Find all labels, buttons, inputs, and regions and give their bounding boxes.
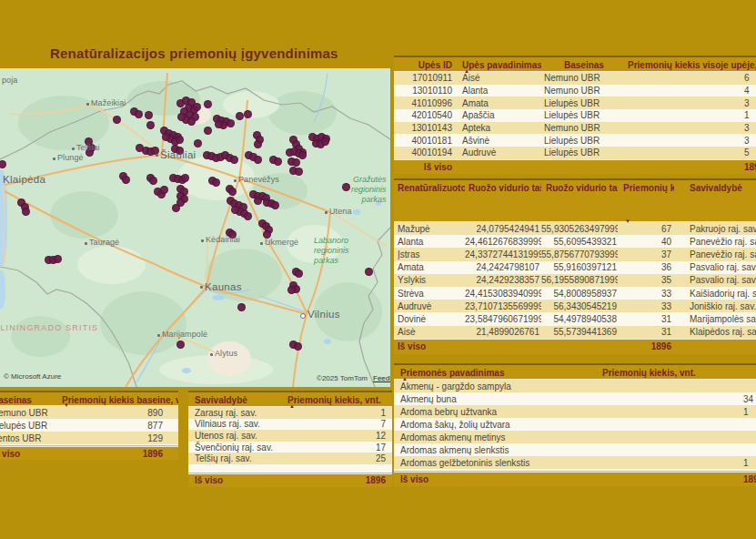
table-row[interactable]: Ardoma bebrų užtvanka1: [394, 405, 756, 418]
measure-location-dot[interactable]: [237, 303, 246, 311]
column-header[interactable]: Priemonių kiekis, vnt.: [596, 365, 756, 381]
measure-location-dot[interactable]: [176, 136, 184, 144]
column-header[interactable]: Upės ID: [394, 57, 458, 74]
measure-location-dot[interactable]: [287, 286, 296, 294]
column-header[interactable]: Savivaldybė: [188, 392, 284, 409]
rivers-table[interactable]: Upės IDUpės pavadinimas▲BaseinasPriemoni…: [394, 56, 756, 174]
table-row[interactable]: 41010996AmataLielupės UBR3: [394, 97, 756, 109]
table-row[interactable]: Alanta24,461267683999955,609543932140Pan…: [394, 235, 756, 248]
measure-location-dot[interactable]: [365, 268, 373, 276]
measure-location-dot[interactable]: [227, 119, 235, 127]
table-row[interactable]: Švenčionių raj. sav.17: [188, 442, 392, 453]
table-row[interactable]: Ardomas gelžbetoninis slenkstis1: [394, 456, 756, 469]
measure-location-dot[interactable]: [271, 201, 279, 209]
table-row[interactable]: 13010143AptekaNemuno UBR3: [394, 122, 756, 135]
municipalities-table[interactable]: SavivaldybėPriemonių kiekis, vnt.▲Zarasų…: [188, 391, 392, 487]
measure-location-dot[interactable]: [54, 255, 62, 263]
measure-location-dot[interactable]: [292, 158, 300, 167]
measure-location-dot[interactable]: [194, 139, 202, 147]
measure-location-dot[interactable]: [298, 151, 307, 159]
measure-location-dot[interactable]: [231, 206, 239, 214]
table-row[interactable]: 17010911AisėNemuno UBR6: [394, 72, 756, 85]
table-row[interactable]: Ventos UBR129: [0, 432, 178, 444]
measure-location-dot[interactable]: [135, 110, 143, 118]
table-row[interactable]: Audruvė23,710713556999956,343054521933Jo…: [394, 300, 756, 312]
sort-asc-icon: ▲: [289, 403, 295, 409]
measure-location-dot[interactable]: [162, 133, 170, 141]
measure-location-dot[interactable]: [122, 176, 130, 184]
column-header[interactable]: Priemonės pavadinimas▲: [394, 365, 596, 381]
table-row[interactable]: Utenos raj. sav.12: [188, 430, 392, 442]
measure-location-dot[interactable]: [113, 116, 121, 124]
table-row[interactable]: Aisė21,489902676155,573944136931Klaipėdo…: [394, 326, 756, 339]
table-row[interactable]: Ardomas akmenų slenkstis: [394, 443, 756, 456]
measure-location-dot[interactable]: [193, 103, 201, 111]
measure-location-dot[interactable]: [228, 188, 237, 196]
measure-location-dot[interactable]: [204, 127, 212, 135]
measure-location-dot[interactable]: [254, 156, 262, 164]
measure-location-dot[interactable]: [145, 111, 153, 119]
measure-location-dot[interactable]: [204, 100, 212, 108]
column-header[interactable]: Ruožo vidurio taško X koordinatė: [465, 180, 541, 224]
measure-location-dot[interactable]: [149, 177, 157, 185]
column-header[interactable]: Baseinas: [541, 57, 625, 74]
column-header[interactable]: Priemonių kiekis visoje upėje, vnt.: [625, 57, 756, 74]
table-row[interactable]: Įstras24,337274413199955,875677079399937…: [394, 248, 756, 260]
measure-location-dot[interactable]: [146, 121, 155, 129]
table-row[interactable]: Akmenų buna34: [394, 392, 756, 405]
measure-location-dot[interactable]: [295, 168, 303, 176]
measure-location-dot[interactable]: [254, 197, 262, 205]
measure-location-dot[interactable]: [177, 113, 186, 121]
measure-location-dot[interactable]: [274, 158, 282, 166]
measure-location-dot[interactable]: [22, 208, 30, 216]
column-header[interactable]: Upės pavadinimas▲: [458, 57, 541, 74]
table-row[interactable]: Lielupės UBR877: [0, 419, 178, 432]
lithuania-map[interactable]: pojaMažeikiaiTelšiaiPlungėKlaipėdaŠiauli…: [0, 68, 390, 387]
table-row[interactable]: 42010540ApaščiaLielupės UBR1: [394, 109, 756, 122]
table-row[interactable]: Telšių raj. sav.25: [188, 453, 392, 464]
column-header[interactable]: Ruožo vidurio taško Y koordinatė: [541, 180, 618, 224]
measure-location-dot[interactable]: [176, 341, 185, 349]
measure-location-dot[interactable]: [321, 137, 329, 146]
measure-location-dot[interactable]: [294, 342, 302, 351]
column-header[interactable]: Renatūralizuoto upės ruožo pavadinimas: [394, 180, 465, 224]
table-row[interactable]: Akmenų - gargždo sampyla: [394, 380, 756, 392]
feedback-link[interactable]: Feedback: [373, 374, 390, 382]
measure-location-dot[interactable]: [342, 183, 350, 191]
river-segments-table[interactable]: Renatūralizuoto upės ruožo pavadinimasRu…: [394, 178, 756, 354]
measures-table[interactable]: Priemonės pavadinimas▲Priemonių kiekis, …: [394, 363, 756, 486]
table-row[interactable]: Nemuno UBR890: [0, 406, 178, 419]
cell: Nemuno UBR: [0, 406, 60, 419]
table-row[interactable]: 40010194AudruvėLielupės UBR5: [394, 147, 756, 159]
column-header[interactable]: Baseinas: [0, 392, 60, 408]
table-row[interactable]: 40010181AšvinėLielupės UBR3: [394, 134, 756, 147]
column-header[interactable]: Savivaldybė: [674, 180, 756, 224]
measure-location-dot[interactable]: [244, 212, 252, 220]
cell: 13010110: [394, 85, 458, 97]
measure-location-dot[interactable]: [160, 186, 168, 194]
table-row[interactable]: Mažupė24,079542494155,930526349799967Pak…: [394, 222, 756, 235]
table-row[interactable]: Amata24,242479810755,916039712136Pasvali…: [394, 261, 756, 274]
measure-location-dot[interactable]: [181, 174, 189, 182]
measure-location-dot[interactable]: [172, 204, 180, 212]
measure-location-dot[interactable]: [215, 120, 223, 128]
column-header[interactable]: Priemonių kiekis baseine, vnt.▼: [60, 392, 178, 408]
measure-location-dot[interactable]: [212, 178, 220, 187]
table-row[interactable]: Ardoma šakų, žolių užtvara: [394, 418, 756, 431]
measure-location-dot[interactable]: [244, 110, 252, 118]
measure-location-dot[interactable]: [230, 156, 238, 164]
table-row[interactable]: Yslykis24,242923835756,195589087199935Pa…: [394, 274, 756, 287]
column-header[interactable]: Priemonių kiekis upės ruože, vnt.▼: [618, 180, 674, 224]
table-row[interactable]: Strėva24,415308394099954,800895893733Kai…: [394, 287, 756, 300]
table-row[interactable]: 13010110AlantaNemuno UBR4: [394, 85, 756, 97]
measure-location-dot[interactable]: [236, 112, 244, 120]
cell: Pasvalio raj. sav.: [674, 261, 756, 274]
table-row[interactable]: Dovinė23,584796067199954,497894053831Mar…: [394, 312, 756, 325]
measure-location-dot[interactable]: [187, 117, 196, 126]
measure-location-dot[interactable]: [254, 140, 262, 148]
table-row[interactable]: Ardomas akmenų metinys: [394, 431, 756, 443]
column-header[interactable]: Priemonių kiekis, vnt.▲: [284, 392, 392, 409]
table-row[interactable]: Vilniaus raj. sav.7: [188, 419, 392, 431]
basins-table[interactable]: BaseinasPriemonių kiekis baseine, vnt.▼N…: [0, 391, 178, 460]
measure-location-dot[interactable]: [295, 270, 303, 278]
